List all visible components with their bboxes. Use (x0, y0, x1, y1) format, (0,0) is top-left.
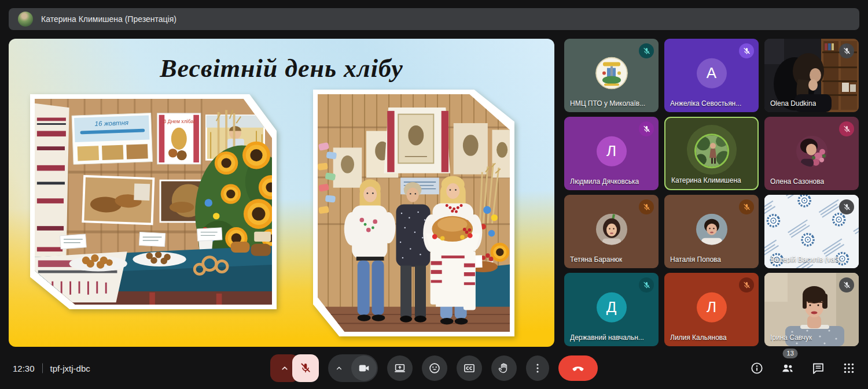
tile-valerii[interactable]: Валерій Василів (vaS... (764, 195, 859, 268)
captions-button[interactable] (457, 355, 482, 381)
closed-captions-icon (463, 362, 476, 375)
tile-tetyana[interactable]: Тетяна Баранюк (564, 195, 659, 268)
chat-button[interactable] (811, 361, 826, 376)
people-photo-scene (318, 94, 510, 332)
tile-nataliya[interactable]: Наталія Попова (664, 195, 759, 268)
mic-muted-icon (739, 199, 754, 214)
mic-control-group (270, 354, 319, 382)
photo-avatar (696, 213, 727, 244)
slide-title: Весвітній день хлібу (9, 54, 554, 83)
participants-button[interactable]: 13 (780, 361, 795, 376)
presenter-banner: Катерина Климишена (Презентація) (9, 8, 859, 30)
participant-name: Олена Сазонова (770, 177, 824, 186)
present-button[interactable] (387, 355, 413, 381)
present-screen-icon (393, 362, 406, 375)
presenter-name: Катерина Климишена (Презентація) (41, 14, 176, 24)
end-call-icon (571, 361, 585, 375)
participant-name: Катерина Климишена (671, 176, 741, 184)
tile-anzhelika[interactable]: А Анжеліка Севостьян... (664, 39, 759, 112)
participant-name: НМЦ ПТО у Миколаїв... (570, 99, 645, 108)
end-call-button[interactable] (558, 355, 598, 381)
tile-kateryna-speaking[interactable]: Катерина Климишена (664, 117, 759, 190)
poster-date-text: 16 жовтня (95, 119, 129, 127)
photo-avatar (694, 134, 729, 168)
participant-name: Тетяна Баранюк (570, 255, 622, 264)
mic-muted-icon (639, 121, 654, 136)
participant-name: Лилия Кальянова (670, 334, 727, 342)
presenter-avatar (18, 12, 33, 27)
call-controls (270, 354, 598, 382)
shared-screen-video[interactable]: Весвітній день хлібу (9, 39, 554, 347)
tile-olena-dudkina[interactable]: Olena Dudkina (764, 39, 859, 112)
photo-avatar (796, 135, 827, 166)
mic-muted-icon (639, 43, 654, 58)
tile-olena-sazonova[interactable]: Олена Сазонова (764, 117, 859, 190)
divider (42, 363, 43, 373)
tile-lyudmyla[interactable]: Л Людмила Дячковська (564, 117, 659, 190)
tile-nmts-pto[interactable]: НМЦ ПТО у Миколаїв... (564, 39, 659, 112)
people-icon (781, 361, 795, 375)
tile-liliya[interactable]: Л Лилия Кальянова (664, 273, 759, 346)
time-and-code: 12:30 tpf-jxtj-dbc (13, 363, 90, 373)
chevron-up-icon (279, 363, 290, 373)
camera-control-group (328, 354, 378, 382)
mic-muted-icon (839, 43, 854, 58)
participant-name: Анжеліка Севостьян... (670, 99, 741, 108)
emoji-icon (428, 362, 441, 375)
participant-name: Olena Dudkina (770, 99, 816, 108)
org-logo-avatar (595, 57, 628, 89)
panel-buttons: 13 (749, 361, 856, 376)
raise-hand-button[interactable] (491, 355, 517, 381)
participant-name: Ірина Савчук (770, 334, 812, 342)
mic-toggle-button[interactable] (292, 354, 319, 382)
tile-iryna[interactable]: Ірина Савчук (764, 273, 859, 346)
mic-off-icon (299, 362, 312, 375)
info-icon (750, 361, 764, 375)
letter-avatar: Л (597, 136, 627, 166)
meeting-controls-bar: 12:30 tpf-jxtj-dbc (0, 347, 868, 389)
participant-name: Наталія Попова (670, 255, 721, 264)
slide-photo-exhibition: 16 жовтня З Днем хліба! (30, 94, 277, 309)
chat-icon (811, 361, 825, 375)
participant-name: Державний навчальн... (570, 334, 644, 342)
camera-toggle-button[interactable] (351, 355, 377, 381)
grid-dots-icon (842, 361, 856, 375)
participant-grid: НМЦ ПТО у Миколаїв... А Анжеліка Севость… (564, 39, 859, 346)
mic-muted-icon (839, 199, 854, 214)
meeting-details-button[interactable] (749, 361, 764, 376)
slide-photo-people (313, 90, 514, 336)
camera-icon (358, 362, 370, 375)
camera-options-button[interactable] (328, 364, 350, 373)
clock-time: 12:30 (13, 363, 35, 373)
mic-muted-icon (639, 277, 654, 292)
mic-muted-icon (839, 121, 854, 136)
letter-avatar: Д (597, 292, 627, 322)
activities-button[interactable] (841, 361, 856, 376)
mic-muted-icon (839, 277, 854, 292)
photo-avatar (596, 213, 627, 244)
meeting-code: tpf-jxtj-dbc (50, 363, 90, 373)
raised-hand-icon (498, 362, 510, 375)
letter-avatar: Л (697, 292, 727, 322)
exhibition-photo-scene: 16 жовтня З Днем хліба! (35, 99, 272, 305)
poster-greeting-text: З Днем хліба! (163, 118, 195, 124)
vertical-dots-icon (531, 362, 544, 375)
participant-count-badge: 13 (783, 349, 798, 358)
participant-name: Валерій Василів (vaS... (770, 255, 845, 264)
participant-name: Людмила Дячковська (570, 177, 639, 186)
reactions-button[interactable] (422, 355, 447, 381)
mic-muted-icon (739, 43, 754, 58)
letter-avatar: А (697, 58, 727, 88)
chevron-up-icon (334, 364, 344, 373)
tile-derzhavnyi[interactable]: Д Державний навчальн... (564, 273, 659, 346)
mic-muted-icon (639, 199, 654, 214)
mic-muted-icon (739, 277, 754, 292)
more-options-button[interactable] (526, 355, 549, 381)
